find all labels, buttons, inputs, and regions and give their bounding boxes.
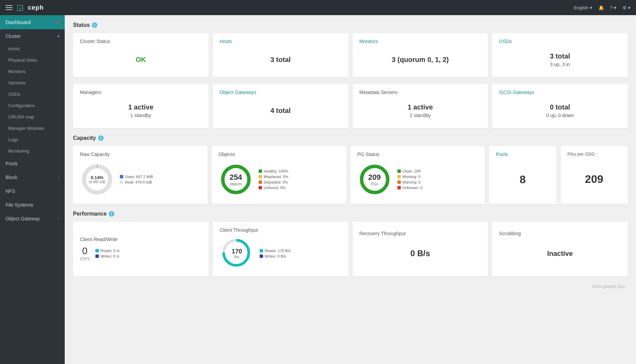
sidebar-item-monitors[interactable]: Monitors <box>0 66 65 77</box>
notifications-button[interactable]: 🔔 <box>598 5 604 10</box>
cluster-status-value: OK <box>136 56 146 64</box>
iscsi-gateways-value: 0 total <box>550 103 570 111</box>
hosts-title[interactable]: Hosts <box>220 39 342 44</box>
used-dot <box>120 175 123 178</box>
object-gateways-card: Object Gateways 4 total <box>213 84 348 128</box>
sidebar-item-dashboard[interactable]: Dashboard ♥ <box>0 15 65 29</box>
sidebar-item-services[interactable]: Services <box>0 77 65 89</box>
status-row-1: Cluster Status OK Hosts 3 total Monitors <box>73 33 628 77</box>
managers-subvalue: 1 standby <box>131 113 152 118</box>
raw-capacity-of: of 480 GiB <box>89 180 105 184</box>
sidebar-cluster-section[interactable]: Cluster ▾ <box>0 29 65 43</box>
status-section-title: Status i <box>73 22 628 28</box>
throughput-unit: B/s <box>232 255 242 259</box>
writes-dot <box>95 254 99 258</box>
writes-label: Writes: 0 /s <box>101 254 119 258</box>
iops-number: 0 <box>80 246 90 257</box>
object-gateways-title[interactable]: Object Gateways <box>220 90 342 95</box>
block-label: Block <box>6 175 17 180</box>
scrubbing-card: Scrubbing Inactive <box>492 222 628 276</box>
tp-writes-label: Writes: 0 B/s <box>265 254 286 258</box>
recovery-title: Recovery Throughput <box>359 231 481 236</box>
pgs-per-osd-value: 209 <box>585 173 603 186</box>
objects-legend: Healthy: 100% Misplaced: 0% Degraded: 0%… <box>259 169 289 190</box>
client-throughput-title: Client Throughput <box>220 227 342 233</box>
hosts-value: 3 total <box>270 56 291 64</box>
help-arrow: ▾ <box>614 5 616 10</box>
recovery-value: 0 B/s <box>410 249 430 258</box>
raw-capacity-card: Raw Capacity 0.14% of 480 GiB <box>73 146 208 204</box>
sidebar-item-nfs[interactable]: NFS <box>0 184 65 198</box>
performance-info-icon[interactable]: i <box>109 211 114 217</box>
raw-capacity-title: Raw Capacity <box>80 152 201 157</box>
throughput-donut: 170 B/s <box>220 236 254 271</box>
sidebar-item-configuration[interactable]: Configuration <box>0 100 65 111</box>
topnav-right: English ▾ 🔔 ? ▾ ⚙ ▾ <box>574 5 630 10</box>
objects-value: 254 <box>229 173 242 182</box>
osds-title[interactable]: OSDs <box>499 39 621 44</box>
cluster-status-card: Cluster Status OK <box>73 33 209 77</box>
pg-unit: PGs <box>368 182 381 186</box>
topnav: ◲ ceph English ▾ 🔔 ? ▾ ⚙ ▾ <box>0 0 636 15</box>
capacity-section: Capacity i Raw Capacity 0.14% <box>73 135 628 204</box>
logo-icon: ◲ <box>17 3 24 12</box>
healthy-label: Healthy: 100% <box>264 169 289 173</box>
clean-dot <box>397 169 401 173</box>
raw-capacity-donut: 0.14% of 480 GiB <box>80 162 114 197</box>
managers-value: 1 active <box>128 103 153 111</box>
sidebar-item-filesystems[interactable]: File Systems <box>0 198 65 212</box>
heart-icon: ♥ <box>56 19 59 25</box>
monitors-title[interactable]: Monitors <box>359 39 481 44</box>
help-button[interactable]: ? ▾ <box>610 5 616 10</box>
sidebar-block-section[interactable]: Block › <box>0 170 65 184</box>
footer-credit: CSDN @阿波罗,2012 <box>73 283 628 291</box>
sidebar-item-logs[interactable]: Logs <box>0 134 65 145</box>
iscsi-gateways-title[interactable]: iSCSI Gateways <box>499 90 621 95</box>
sidebar-object-gateway-section[interactable]: Object Gateway › <box>0 212 65 226</box>
cluster-label: Cluster <box>6 33 21 39</box>
bell-icon: 🔔 <box>598 5 604 10</box>
logo-text: ceph <box>28 4 44 11</box>
unfound-label: Unfound: 0% <box>264 186 286 190</box>
sidebar-item-hosts[interactable]: Hosts <box>0 43 65 54</box>
language-selector[interactable]: English ▾ <box>574 5 592 10</box>
healthy-dot <box>259 169 262 173</box>
raw-capacity-legend: Used: 647.2 MiB Avail: 479.4 GiB <box>120 175 153 184</box>
sidebar-item-physical-disks[interactable]: Physical Disks <box>0 54 65 66</box>
object-gateway-label: Object Gateway <box>6 216 40 221</box>
sidebar-item-osds[interactable]: OSDs <box>0 89 65 100</box>
pg-donut: 209 PGs <box>357 162 392 197</box>
performance-row: Client Read/Write 0 IOPS Reads: 0 /s <box>73 222 628 276</box>
objects-card: Objects 254 objects Healthy <box>212 146 346 204</box>
settings-arrow: ▾ <box>628 5 630 10</box>
capacity-info-icon[interactable]: i <box>98 135 104 141</box>
status-info-icon[interactable]: i <box>92 22 97 28</box>
sidebar-item-pools[interactable]: Pools <box>0 157 65 170</box>
iscsi-gateways-card: iSCSI Gateways 0 total 0 up, 0 down <box>492 84 628 128</box>
main-content: Status i Cluster Status OK Hosts 3 total <box>65 15 636 364</box>
objects-title: Objects <box>219 152 340 157</box>
language-label: English <box>574 5 588 10</box>
hamburger-button[interactable] <box>6 5 12 10</box>
tp-reads-dot <box>260 249 263 252</box>
cluster-status-title: Cluster Status <box>80 39 202 44</box>
capacity-row: Raw Capacity 0.14% of 480 GiB <box>73 146 628 204</box>
sidebar-item-crush-map[interactable]: CRUSH map <box>0 111 65 123</box>
metadata-servers-card: Metadata Servers 1 active 2 standby <box>353 84 488 128</box>
block-arrow: › <box>58 176 59 179</box>
warning-dot <box>397 180 401 184</box>
used-label: Used: 647.2 MiB <box>125 175 153 179</box>
managers-card: Managers 1 active 1 standby <box>73 84 209 128</box>
objects-donut: 254 objects <box>219 162 253 197</box>
sidebar-item-manager-modules[interactable]: Manager Modules <box>0 123 65 134</box>
metadata-servers-value: 1 active <box>408 103 433 111</box>
tp-reads-label: Reads: 170 B/s <box>265 249 291 253</box>
performance-section-title: Performance i <box>73 211 628 217</box>
avail-label: Avail: 479.4 GiB <box>125 180 152 184</box>
degraded-dot <box>259 180 262 184</box>
sidebar-item-monitoring[interactable]: Monitoring <box>0 145 65 157</box>
pg-status-title: PG Status <box>357 152 478 157</box>
settings-button[interactable]: ⚙ ▾ <box>623 5 630 10</box>
pools-title[interactable]: Pools <box>496 152 549 157</box>
metadata-servers-subvalue: 2 standby <box>410 113 431 118</box>
